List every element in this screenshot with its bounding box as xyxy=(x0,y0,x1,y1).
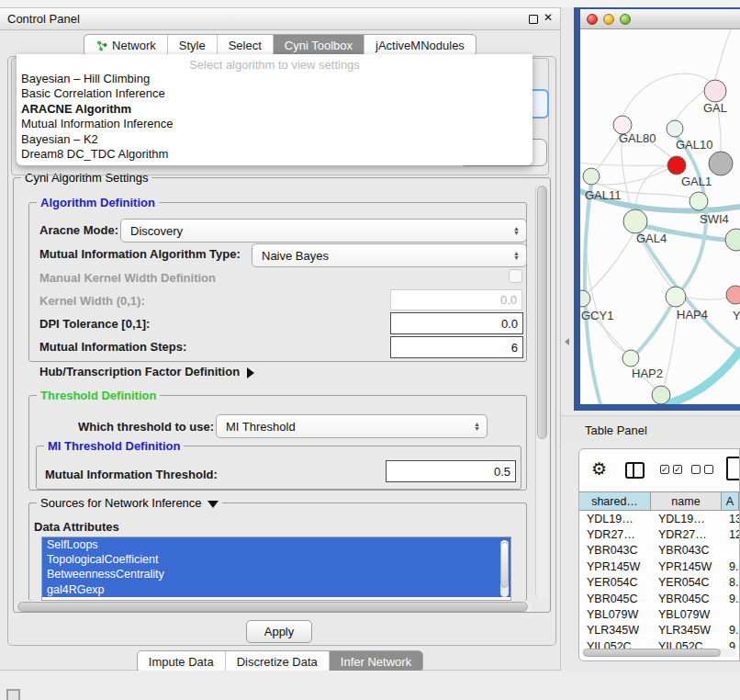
table-cell[interactable]: YLR345W xyxy=(651,623,722,638)
table-cell[interactable]: 13 xyxy=(722,511,739,526)
column-view-icon[interactable] xyxy=(625,462,645,479)
tab-label: Select xyxy=(229,39,262,52)
network-edge xyxy=(593,169,668,185)
table-cell[interactable]: 12 xyxy=(722,526,739,542)
node-label: GAL10 xyxy=(676,138,712,152)
network-edge xyxy=(635,165,669,209)
tab-label: Style xyxy=(179,39,206,52)
network-node[interactable] xyxy=(667,120,683,137)
network-tab-icon xyxy=(95,40,107,51)
table-cell[interactable]: 9. xyxy=(722,559,739,574)
table-panel-titlebar: Table Panel xyxy=(561,415,740,444)
algorithm-option[interactable]: Dream8 DC_TDC Algorithm xyxy=(17,147,533,162)
algorithm-option[interactable]: Bayesian – K2 xyxy=(17,132,533,147)
table-cell[interactable]: YDL19… xyxy=(579,511,651,526)
algorithm-option[interactable]: Mutual Information Inference xyxy=(17,117,533,131)
table-cell[interactable]: YDL19… xyxy=(651,511,722,526)
network-view-window: GALGAL80GAL10GAL1GAL11SWI4GAL4GCY1HAP4YH… xyxy=(574,7,740,411)
network-edge xyxy=(622,134,632,210)
table-cell[interactable]: 8. xyxy=(722,575,739,591)
network-node[interactable] xyxy=(709,152,733,175)
network-node[interactable] xyxy=(725,229,740,251)
network-node[interactable] xyxy=(652,386,670,404)
table-cell[interactable]: 9. xyxy=(722,623,739,638)
table-cell[interactable]: YDR27… xyxy=(651,526,722,542)
table-column-header[interactable]: shared… xyxy=(579,491,651,511)
splitter-collapse-icon[interactable] xyxy=(565,338,569,345)
minimized-panel-icon[interactable] xyxy=(6,689,20,700)
float-window-icon[interactable] xyxy=(529,15,538,24)
document-icon[interactable] xyxy=(726,457,740,480)
tab-network[interactable]: Network xyxy=(84,35,167,55)
table-cell[interactable]: YER054C xyxy=(579,575,651,591)
table-cell[interactable]: YBR045C xyxy=(579,591,651,606)
network-node[interactable] xyxy=(690,192,708,210)
table-cell[interactable]: YBR043C xyxy=(579,543,651,559)
tab-impute-data[interactable]: Impute Data xyxy=(138,651,225,672)
close-traffic-light-icon[interactable] xyxy=(587,14,598,25)
network-edge xyxy=(586,185,626,353)
network-edge-thick xyxy=(665,351,740,404)
algorithm-option[interactable]: ARACNE Algorithm xyxy=(17,102,533,117)
node-label: GAL xyxy=(703,101,727,115)
network-edge xyxy=(685,297,727,299)
table-cell[interactable]: YBR045C xyxy=(651,591,722,606)
network-node[interactable] xyxy=(623,209,647,233)
table-cell[interactable]: YBR043C xyxy=(651,543,722,559)
tab-jactivemnodules[interactable]: jActiveMNodules xyxy=(364,35,476,55)
tab-cyni-toolbox[interactable]: Cyni Toolbox xyxy=(273,35,364,55)
control-panel-title: Control Panel xyxy=(7,12,80,26)
table-cell[interactable]: YBL079W xyxy=(579,606,651,622)
tab-label: jActiveMNodules xyxy=(376,39,465,52)
tab-infer-network[interactable]: Infer Network xyxy=(329,651,422,672)
table-panel-title: Table Panel xyxy=(561,423,647,437)
minimize-traffic-light-icon[interactable] xyxy=(603,14,614,25)
network-edge xyxy=(664,307,678,388)
select-all-checkboxes-icon[interactable]: ✓✓ xyxy=(660,465,682,474)
network-canvas[interactable]: GALGAL80GAL10GAL1GAL11SWI4GAL4GCY1HAP4YH… xyxy=(580,29,740,404)
node-label: HAP2 xyxy=(632,367,663,380)
network-node[interactable] xyxy=(622,350,639,367)
deselect-all-checkboxes-icon[interactable] xyxy=(691,465,713,474)
network-node[interactable] xyxy=(583,168,600,185)
table-cell[interactable]: YER054C xyxy=(651,575,722,591)
zoom-traffic-light-icon[interactable] xyxy=(620,14,631,25)
table-cell[interactable] xyxy=(722,606,739,622)
table-column-header[interactable]: name xyxy=(651,491,722,511)
node-label: GAL11 xyxy=(585,188,622,202)
table-column-header[interactable]: A xyxy=(722,491,739,511)
node-label: GAL1 xyxy=(681,175,712,188)
node-table[interactable]: shared…nameAYDL19…YDL19…13YDR27…YDR27…12… xyxy=(579,491,739,655)
tab-label: Cyni Toolbox xyxy=(285,39,353,52)
network-edge xyxy=(594,134,621,172)
table-cell[interactable]: YDR27… xyxy=(579,526,651,542)
algorithm-option[interactable]: Basic Correlation Inference xyxy=(17,86,533,101)
node-label: GCY1 xyxy=(581,309,613,322)
table-horizontal-scrollbar[interactable] xyxy=(582,649,736,657)
table-cell[interactable]: YPR145W xyxy=(651,559,722,574)
table-cell[interactable]: YPR145W xyxy=(579,559,651,574)
table-cell[interactable]: YBL079W xyxy=(651,606,722,622)
algorithm-option[interactable]: Bayesian – Hill Climbing xyxy=(17,72,533,86)
network-window-titlebar[interactable] xyxy=(580,9,740,29)
table-cell[interactable] xyxy=(722,543,739,559)
table-cell[interactable]: 9. xyxy=(722,591,739,606)
table-cell[interactable]: YLR345W xyxy=(579,623,651,638)
network-node[interactable] xyxy=(580,290,590,307)
network-edge xyxy=(580,163,667,165)
tab-discretize-data[interactable]: Discretize Data xyxy=(225,651,329,672)
network-node[interactable] xyxy=(666,287,686,307)
node-label: SWI4 xyxy=(700,212,729,226)
network-edge xyxy=(588,233,633,293)
network-node[interactable] xyxy=(704,80,726,102)
close-icon[interactable]: ✕ xyxy=(544,11,553,24)
gear-icon[interactable]: ⚙ xyxy=(591,458,607,480)
network-node[interactable] xyxy=(667,156,686,175)
table-panel-window: ⚙ ✓✓ shared…nameAYDL19…YDL19…13YDR27…YDR… xyxy=(578,448,740,661)
bottom-tab-bar: Impute DataDiscretize DataInfer Network xyxy=(0,650,560,672)
node-label: Y xyxy=(733,309,740,322)
network-node[interactable] xyxy=(726,286,740,304)
tab-style[interactable]: Style xyxy=(167,35,217,55)
control-panel-window: Control Panel ✕ NetworkStyleSelectCyni T… xyxy=(0,7,561,671)
tab-select[interactable]: Select xyxy=(217,35,273,55)
